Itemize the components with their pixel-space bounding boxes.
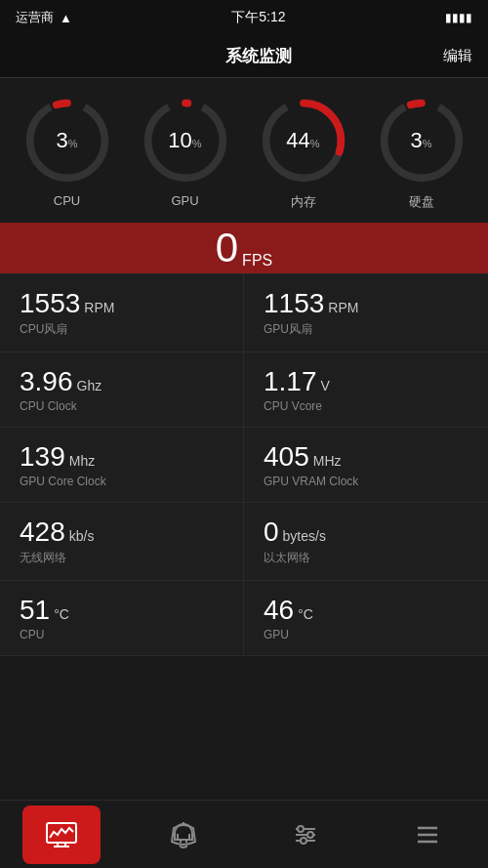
metric-cell: 1553 RPM CPU风扇 (0, 274, 244, 352)
metric-desc: CPU (20, 628, 224, 641)
metric-cell: 3.96 Ghz CPU Clock (0, 352, 244, 428)
metric-number: 428 (20, 517, 65, 548)
gauge-unit-memory: % (310, 138, 320, 149)
status-bar: 运营商 ▲ 下午5:12 ▮▮▮▮ (0, 0, 488, 35)
metric-cell: 139 Mhz GPU Core Clock (0, 428, 244, 503)
metric-unit: kb/s (69, 528, 95, 544)
metric-number: 46 (264, 595, 294, 626)
svg-rect-8 (47, 823, 76, 843)
gauge-label-disk: 硬盘 (409, 193, 434, 211)
metric-desc: 以太网络 (264, 550, 468, 566)
metric-number: 0 (264, 517, 279, 548)
gauge-center-disk: 3% (410, 128, 431, 153)
metric-cell: 0 bytes/s 以太网络 (244, 503, 488, 581)
metric-cell: 1153 RPM GPU风扇 (244, 274, 488, 352)
gauge-center-memory: 44% (286, 128, 319, 153)
gauge-wrapper-cpu: 3% (20, 94, 114, 187)
metric-desc: CPU风扇 (20, 321, 224, 338)
metric-number: 405 (264, 441, 309, 473)
gauge-label-gpu: GPU (171, 193, 198, 208)
tab-alert[interactable] (144, 806, 223, 864)
metric-cell: 405 MHz GPU VRAM Clock (244, 428, 488, 503)
metric-cell: 46 °C GPU (244, 581, 488, 656)
gauge-value-disk: 3 (410, 128, 422, 152)
metric-unit: bytes/s (283, 528, 326, 544)
metric-desc: GPU风扇 (264, 321, 468, 338)
gauge-wrapper-gpu: 10% (139, 94, 232, 187)
metric-unit: V (321, 378, 330, 393)
tab-bar (0, 800, 488, 868)
menu-icon (414, 824, 441, 846)
wifi-icon: ▲ (60, 11, 72, 25)
gauge-disk: 3% 硬盘 (375, 94, 468, 211)
metric-main: 3.96 Ghz (20, 366, 224, 397)
metric-main: 1553 RPM (20, 288, 224, 319)
metric-main: 405 MHz (264, 441, 468, 473)
gauge-value-gpu: 10 (168, 128, 191, 152)
tab-menu[interactable] (388, 806, 467, 864)
metric-desc: CPU Vcore (264, 399, 468, 413)
gauge-unit-cpu: % (68, 138, 78, 149)
metric-number: 1.17 (264, 366, 317, 397)
gauge-center-gpu: 10% (168, 128, 201, 153)
gauge-section: 3% CPU 10% GPU 44% 内存 (0, 78, 488, 223)
metric-main: 1153 RPM (264, 288, 468, 319)
gauge-wrapper-memory: 44% (257, 94, 350, 187)
metric-main: 1.17 V (264, 366, 468, 397)
carrier-label: 运营商 (16, 9, 54, 26)
monitor-icon (46, 822, 77, 847)
gauge-unit-gpu: % (192, 138, 202, 149)
metric-number: 139 (20, 441, 65, 473)
fps-label: FPS (242, 252, 272, 269)
status-battery: ▮▮▮▮ (445, 11, 472, 24)
metric-unit: MHz (313, 453, 342, 469)
svg-point-17 (298, 826, 304, 832)
gauge-value-memory: 44 (286, 128, 309, 152)
metric-number: 3.96 (20, 366, 73, 397)
metric-main: 139 Mhz (20, 441, 224, 473)
metric-unit: Ghz (77, 378, 102, 393)
svg-point-21 (301, 838, 306, 844)
metric-unit: RPM (84, 300, 114, 315)
metric-main: 51 °C (20, 595, 224, 626)
fps-value: 0 (216, 227, 238, 269)
gauge-gpu: 10% GPU (139, 94, 232, 211)
metric-main: 0 bytes/s (264, 517, 468, 548)
metric-number: 1553 (20, 288, 80, 319)
gauge-label-memory: 内存 (291, 193, 316, 211)
nav-title: 系统监测 (74, 45, 443, 67)
status-left: 运营商 ▲ (16, 9, 72, 26)
metric-unit: °C (54, 606, 69, 622)
alert-icon (170, 820, 197, 849)
sliders-icon (292, 821, 319, 848)
metric-number: 1153 (264, 288, 324, 319)
gauge-center-cpu: 3% (56, 128, 77, 153)
metric-unit: °C (298, 606, 313, 622)
metric-main: 46 °C (264, 595, 468, 626)
nav-bar: 系统监测 编辑 (0, 35, 488, 78)
metric-desc: GPU Core Clock (20, 475, 224, 488)
metric-unit: RPM (328, 300, 358, 315)
tab-monitor[interactable] (22, 806, 101, 864)
metric-number: 51 (20, 595, 50, 626)
metric-desc: GPU VRAM Clock (264, 475, 468, 488)
metric-cell: 51 °C CPU (0, 581, 244, 656)
edit-button[interactable]: 编辑 (443, 47, 472, 65)
metric-desc: 无线网络 (20, 550, 224, 566)
metric-cell: 428 kb/s 无线网络 (0, 503, 244, 581)
tab-settings[interactable] (266, 806, 345, 864)
metric-desc: CPU Clock (20, 399, 224, 413)
metric-desc: GPU (264, 628, 468, 641)
gauge-value-cpu: 3 (56, 128, 67, 152)
status-time: 下午5:12 (231, 9, 285, 26)
battery-icon: ▮▮▮▮ (445, 11, 472, 24)
gauge-cpu: 3% CPU (20, 94, 114, 211)
metrics-grid: 1553 RPM CPU风扇 1153 RPM GPU风扇 3.96 Ghz C… (0, 273, 488, 656)
svg-point-19 (307, 832, 313, 838)
fps-bar: 0 FPS (0, 223, 488, 273)
metric-unit: Mhz (69, 453, 95, 469)
metric-main: 428 kb/s (20, 517, 224, 548)
gauge-unit-disk: % (423, 138, 432, 149)
gauge-memory: 44% 内存 (257, 94, 350, 211)
metric-cell: 1.17 V CPU Vcore (244, 352, 488, 428)
